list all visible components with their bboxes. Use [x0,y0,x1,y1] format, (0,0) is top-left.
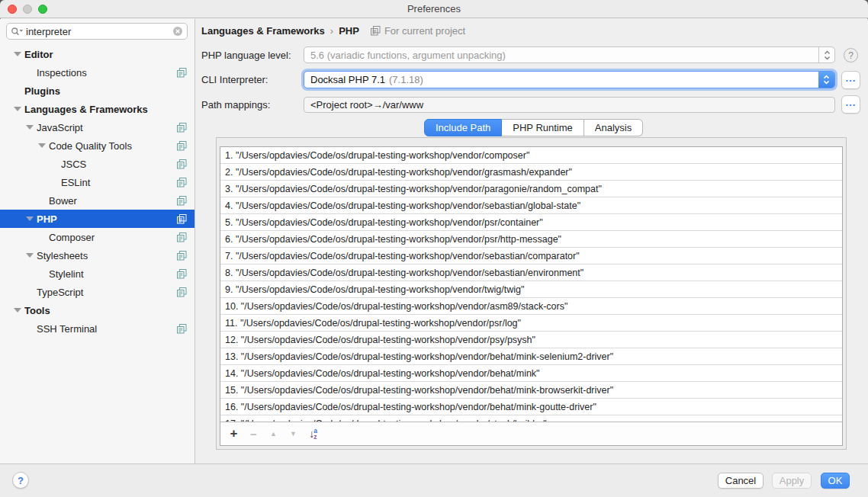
include-path-panel: 1. "/Users/opdavies/Code/os/drupal-testi… [216,137,847,450]
sidebar-item-languages-frameworks[interactable]: Languages & Frameworks [0,100,194,118]
expand-arrow-icon[interactable] [11,308,24,313]
sidebar-item-code-quality-tools[interactable]: Code Quality Tools [0,136,194,155]
cli-interpreter-label: CLI Interpreter: [201,74,268,85]
cli-interpreter-browse-button[interactable]: ... [841,71,860,89]
window-title: Preferences [0,3,868,14]
current-project-icon [177,123,187,133]
expand-arrow-icon[interactable] [23,253,37,258]
include-path-row[interactable]: 4. "/Users/opdavies/Code/os/drupal-testi… [220,197,842,214]
sidebar-item-stylelint[interactable]: Stylelint [0,265,194,283]
expand-arrow-icon[interactable] [11,52,24,56]
sidebar-item-composer[interactable]: Composer [0,228,194,246]
language-level-value: 5.6 (variadic functions, argument unpack… [304,47,818,63]
include-path-row[interactable]: 13. "/Users/opdavies/Code/os/drupal-test… [220,348,842,365]
cli-interpreter-select[interactable]: Docksal PHP 7.1 (7.1.18) [304,71,835,88]
clear-search-icon[interactable] [172,26,183,37]
include-path-row[interactable]: 7. "/Users/opdavies/Code/os/drupal-testi… [220,248,842,265]
tab-php-runtime[interactable]: PHP Runtime [502,119,584,136]
tab-analysis[interactable]: Analysis [584,119,643,136]
include-path-row[interactable]: 8. "/Users/opdavies/Code/os/drupal-testi… [220,265,842,281]
settings-tree: EditorInspectionsPluginsLanguages & Fram… [0,45,194,463]
sort-alphabetically-button[interactable]: ↓ a z [306,426,320,441]
current-project-icon [371,26,381,36]
sidebar-item-typescript[interactable]: TypeScript [0,283,194,301]
apply-button[interactable]: Apply [772,473,812,489]
current-project-icon [177,324,187,334]
interpreter-version: (7.1.18) [389,74,423,85]
expand-arrow-icon[interactable] [35,143,49,148]
include-path-row[interactable]: 12. "/Users/opdavies/Code/os/drupal-test… [220,332,842,348]
settings-search-box[interactable] [6,23,188,40]
path-mappings-browse-button[interactable]: ... [841,95,860,114]
chevron-right-icon: › [330,25,333,37]
include-path-row[interactable]: 11. "/Users/opdavies/Code/os/drupal-test… [220,315,842,332]
chevron-up-down-icon [818,47,834,63]
sidebar-item-jscs[interactable]: JSCS [0,155,194,173]
include-path-row[interactable]: 14. "/Users/opdavies/Code/os/drupal-test… [220,365,842,382]
php-settings-tabs: Include PathPHP RuntimeAnalysis [424,119,643,136]
include-path-row[interactable]: 2. "/Users/opdavies/Code/os/drupal-testi… [220,164,842,181]
sidebar-item-label: Code Quality Tools [49,140,177,152]
sidebar-item-label: Languages & Frameworks [24,104,194,115]
include-path-listbox: 1. "/Users/opdavies/Code/os/drupal-testi… [220,146,843,446]
current-project-icon [177,232,187,242]
sidebar-item-plugins[interactable]: Plugins [0,82,194,100]
add-path-button[interactable]: + [227,426,241,441]
include-path-list[interactable]: 1. "/Users/opdavies/Code/os/drupal-testi… [220,147,842,422]
include-path-row[interactable]: 1. "/Users/opdavies/Code/os/drupal-testi… [220,147,842,164]
language-level-select[interactable]: 5.6 (variadic functions, argument unpack… [304,46,835,63]
sidebar-item-editor[interactable]: Editor [0,45,194,63]
sidebar-item-label: Plugins [24,85,194,97]
sidebar-item-label: Tools [24,305,194,316]
current-project-icon [177,141,187,151]
language-level-label: PHP language level: [201,50,291,61]
expand-arrow-icon[interactable] [11,107,24,111]
help-icon[interactable]: ? [844,48,858,63]
sidebar-item-php[interactable]: PHP [0,210,194,228]
scope-label: For current project [384,25,465,37]
breadcrumb: Languages & Frameworks › PHP For current… [201,25,465,37]
sidebar-item-ssh-terminal[interactable]: SSH Terminal [0,319,194,338]
search-input[interactable] [24,26,172,37]
chevron-up-down-icon [818,72,834,88]
cancel-button[interactable]: Cancel [718,473,764,489]
sidebar-item-javascript[interactable]: JavaScript [0,118,194,136]
cli-interpreter-value: Docksal PHP 7.1 (7.1.18) [304,72,818,88]
include-path-row[interactable]: 10. "/Users/opdavies/Code/os/drupal-test… [220,298,842,315]
title-bar: Preferences [0,0,868,18]
current-project-icon [177,251,187,261]
expand-arrow-icon[interactable] [23,125,37,130]
sidebar-item-bower[interactable]: Bower [0,191,194,210]
sidebar-item-label: JSCS [61,159,177,170]
ok-button[interactable]: OK [821,473,850,489]
path-mappings-field[interactable]: <Project root>→/var/www [304,97,835,113]
include-path-row[interactable]: 5. "/Users/opdavies/Code/os/drupal-testi… [220,214,842,231]
expand-arrow-icon[interactable] [23,216,37,221]
include-path-row[interactable]: 6. "/Users/opdavies/Code/os/drupal-testi… [220,231,842,248]
settings-sidebar: EditorInspectionsPluginsLanguages & Fram… [0,19,195,463]
move-down-button[interactable]: ▼ [286,426,301,441]
sidebar-item-label: Stylesheets [37,250,177,261]
sidebar-item-inspections[interactable]: Inspections [0,63,194,82]
sidebar-item-eslint[interactable]: ESLint [0,173,194,191]
sidebar-item-tools[interactable]: Tools [0,301,194,319]
search-icon [11,27,24,37]
sidebar-item-label: Stylelint [49,268,177,280]
tab-include-path[interactable]: Include Path [424,119,502,136]
preferences-window: Preferences EditorInspectionsPluginsLang… [0,0,868,497]
current-project-icon [177,178,187,188]
help-button[interactable]: ? [12,472,29,489]
current-project-icon [177,287,187,297]
include-path-row[interactable]: 3. "/Users/opdavies/Code/os/drupal-testi… [220,181,842,197]
sidebar-item-stylesheets[interactable]: Stylesheets [0,246,194,265]
include-path-row[interactable]: 15. "/Users/opdavies/Code/os/drupal-test… [220,382,842,399]
current-project-icon [177,269,187,279]
sidebar-item-label: ESLint [61,177,177,188]
move-up-button[interactable]: ▲ [266,426,281,441]
remove-path-button[interactable]: − [246,426,261,441]
include-path-row[interactable]: 9. "/Users/opdavies/Code/os/drupal-testi… [220,281,842,298]
include-path-row[interactable]: 17. "/Users/opdavies/Code/os/drupal-test… [220,415,842,422]
breadcrumb-page: PHP [339,25,359,37]
include-path-row[interactable]: 16. "/Users/opdavies/Code/os/drupal-test… [220,399,842,415]
sidebar-item-label: JavaScript [37,122,177,133]
